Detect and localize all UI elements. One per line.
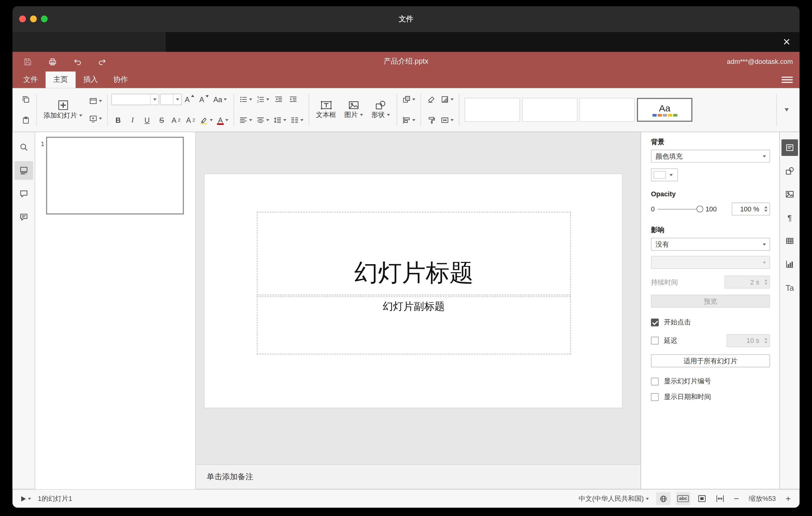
print-button[interactable]	[44, 54, 61, 69]
slide-settings-button[interactable]	[781, 140, 798, 156]
redo-button[interactable]	[93, 54, 111, 69]
font-color-button[interactable]: A	[215, 114, 230, 127]
notes-input[interactable]: 单击添加备注	[196, 464, 641, 489]
paragraph-settings-button[interactable]: ¶	[781, 209, 798, 226]
show-slide-number-checkbox[interactable]	[651, 377, 659, 385]
zoom-in-button[interactable]: +	[784, 492, 793, 506]
numbering-button[interactable]	[255, 93, 271, 106]
font-size-select[interactable]	[160, 94, 182, 105]
font-name-select[interactable]	[111, 94, 159, 105]
increase-font-button[interactable]: A	[183, 93, 197, 106]
tab-home[interactable]: 主页	[46, 71, 76, 88]
copy-style-button[interactable]	[425, 114, 438, 127]
slide-canvas-area[interactable]: 幻灯片标题 幻灯片副标题	[196, 132, 641, 464]
theme-gallery-expand-button[interactable]	[780, 94, 793, 125]
textart-settings-button[interactable]: Ta	[781, 279, 798, 296]
ribbon-tabs: 文件 主页 插入 协作	[12, 71, 799, 88]
chevron-down-icon	[646, 497, 649, 500]
fit-width-button[interactable]	[714, 492, 727, 506]
slide-subtitle-placeholder[interactable]: 幻灯片副标题	[257, 296, 571, 354]
arrange-group	[398, 91, 419, 129]
chart-settings-icon	[785, 260, 794, 269]
opacity-spinner[interactable]: 100 %	[732, 202, 770, 216]
arrange-shape-button[interactable]	[401, 93, 417, 106]
highlight-color-button[interactable]	[198, 114, 214, 127]
tab-collaboration[interactable]: 协作	[106, 71, 136, 88]
insert-shape-button[interactable]: 形状	[368, 98, 393, 121]
undo-button[interactable]	[68, 54, 86, 69]
slide-canvas[interactable]: 幻灯片标题 幻灯片副标题	[204, 173, 622, 408]
slide-background-button[interactable]	[439, 93, 455, 106]
insert-textbox-button[interactable]: 文本框	[313, 98, 339, 121]
slide-title-placeholder[interactable]: 幻灯片标题	[257, 212, 571, 295]
close-editor-button[interactable]: ×	[780, 35, 793, 49]
search-panel-button[interactable]	[14, 138, 33, 156]
clear-style-button[interactable]	[425, 93, 438, 106]
strikeout-button[interactable]: S	[155, 114, 169, 127]
copy-button[interactable]	[19, 93, 33, 106]
change-case-button[interactable]: Aa	[212, 93, 229, 106]
italic-button[interactable]: I	[126, 114, 140, 127]
chart-settings-button[interactable]	[781, 256, 798, 273]
chat-panel-button[interactable]	[14, 208, 33, 226]
apply-to-all-slides-button[interactable]: 适用于所有幻灯片	[651, 354, 770, 367]
background-fill-select[interactable]: 颜色填充	[651, 150, 770, 163]
increase-indent-icon	[289, 95, 297, 104]
underline-button[interactable]: U	[140, 114, 154, 127]
shape-settings-button[interactable]	[781, 163, 798, 179]
table-settings-button[interactable]	[781, 233, 798, 249]
increase-font-icon: A	[185, 95, 190, 104]
editor-header-top: 产品介绍.pptx adm***@dootask.com	[12, 52, 799, 71]
theme-option-2[interactable]	[522, 98, 578, 122]
opacity-slider[interactable]	[658, 205, 702, 213]
language-selector[interactable]: 中文(中华人民共和国)	[577, 492, 651, 506]
macos-titlebar: 文件	[12, 6, 799, 32]
zoom-out-button[interactable]: −	[732, 492, 741, 506]
save-button[interactable]	[19, 54, 36, 69]
add-slide-button[interactable]: 添加幻灯片	[40, 98, 85, 122]
bold-button[interactable]: B	[111, 114, 125, 127]
start-on-click-checkbox[interactable]	[651, 318, 659, 326]
columns-button[interactable]	[289, 114, 305, 127]
subscript-button[interactable]: A2	[184, 114, 198, 127]
show-date-time-checkbox[interactable]	[651, 393, 659, 401]
start-slideshow-status-button[interactable]	[19, 492, 33, 506]
tab-file[interactable]: 文件	[16, 71, 45, 88]
image-label: 图片	[344, 111, 358, 120]
line-spacing-button[interactable]	[272, 114, 288, 127]
paste-button[interactable]	[19, 114, 33, 127]
spinner-arrows[interactable]	[762, 203, 770, 215]
horizontal-align-button[interactable]	[237, 114, 254, 127]
start-slideshow-button[interactable]	[88, 112, 104, 125]
theme-option-1[interactable]	[465, 98, 520, 122]
theme-option-selected[interactable]: Aa	[637, 98, 693, 122]
transition-effect-select[interactable]: 没有	[651, 238, 770, 251]
tab-insert[interactable]: 插入	[76, 71, 106, 88]
document-language-button[interactable]	[656, 492, 671, 505]
superscript-button[interactable]: A2	[169, 114, 183, 127]
slide-settings-icon	[785, 143, 794, 152]
slides-panel-button[interactable]	[14, 161, 33, 180]
highlight-color-icon	[200, 116, 208, 124]
increase-indent-button[interactable]	[286, 93, 300, 106]
comments-panel-button[interactable]	[14, 184, 33, 203]
image-settings-button[interactable]	[781, 186, 798, 203]
subscript-icon: A	[186, 116, 191, 124]
decrease-indent-button[interactable]	[272, 93, 285, 106]
slide-thumbnail-1[interactable]	[46, 137, 184, 214]
theme-option-3[interactable]	[579, 98, 635, 122]
slide-size-button[interactable]	[439, 114, 455, 127]
decrease-font-button[interactable]: A	[198, 93, 211, 106]
paragraph-settings-icon: ¶	[788, 213, 792, 222]
align-shape-button[interactable]	[401, 114, 417, 127]
slider-knob[interactable]	[697, 205, 703, 212]
slide-layout-button[interactable]	[88, 94, 104, 108]
bullets-button[interactable]	[237, 93, 254, 106]
menu-button[interactable]	[781, 75, 793, 85]
fit-slide-button[interactable]	[696, 492, 709, 506]
delay-checkbox[interactable]	[651, 337, 659, 344]
insert-image-button[interactable]: 图片	[341, 98, 366, 121]
background-color-select[interactable]	[651, 169, 678, 181]
spellcheck-button[interactable]: abc	[676, 492, 691, 505]
vertical-align-button[interactable]	[255, 114, 271, 127]
